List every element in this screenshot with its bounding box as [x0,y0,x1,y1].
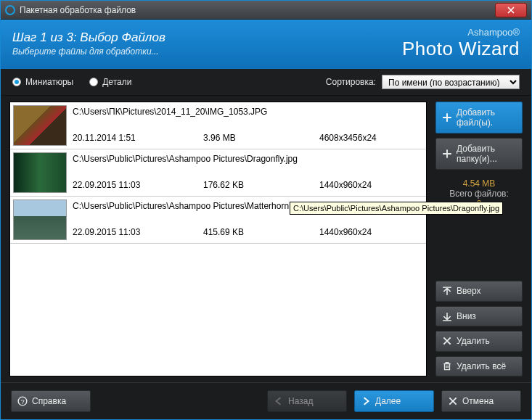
move-up-button[interactable]: Вверх [435,281,523,301]
sort-select[interactable]: По имени (по возрастанию) [382,75,520,89]
arrow-left-icon [274,396,284,406]
move-down-label: Вниз [457,311,516,321]
file-list[interactable]: C:\Users\ПК\Pictures\2014_11_20\IMG_1053… [9,102,427,376]
add-folder-label: Добавить папку(и)... [457,144,516,165]
radio-icon [12,78,21,86]
move-up-label: Вверх [457,286,516,296]
stats-size: 4.54 MB [435,178,523,189]
side-panel: Добавить файл(ы). Добавить папку(и)... 4… [435,102,523,376]
main-body: C:\Users\ПК\Pictures\2014_11_20\IMG_1053… [1,96,531,382]
plus-icon [442,149,452,159]
step-title: Шаг 1 из 3: Выбор Файлов [12,30,402,45]
move-down-button[interactable]: Вниз [435,306,523,326]
file-dimensions: 1440x960x24 [319,227,422,237]
sort-label: Сортировка: [326,77,376,87]
add-folder-button[interactable]: Добавить папку(и)... [435,138,523,170]
plus-icon [442,112,452,123]
close-icon [507,7,515,14]
thumbnail [13,199,67,240]
wizard-header: Шаг 1 из 3: Выбор Файлов Выберите файлы … [1,20,531,69]
back-button: Назад [267,390,347,412]
back-label: Назад [288,396,340,406]
help-icon: ? [17,396,28,406]
delete-label: Удалить [457,336,516,346]
titlebar[interactable]: Пакетная обработка файлов [1,1,531,20]
cancel-label: Отмена [462,396,515,406]
file-row[interactable]: C:\Users\Public\Pictures\Ashampoo Pictur… [10,149,426,197]
tooltip: C:\Users\Public\Pictures\Ashampoo Pictur… [290,202,503,215]
view-thumbnails-radio[interactable]: Миниатюры [12,77,73,87]
radio-icon [89,78,98,86]
file-date: 22.09.2015 11:03 [73,180,203,190]
app-window: Пакетная обработка файлов Шаг 1 из 3: Вы… [0,0,532,420]
next-button[interactable]: Далее [354,390,434,412]
x-icon [448,396,458,406]
add-files-label: Добавить файл(ы). [457,107,516,128]
step-subtitle: Выберите файлы для обработки... [12,46,402,57]
brand: Ashampoo® Photo Wizard [402,27,520,60]
window-title: Пакетная обработка файлов [20,5,495,15]
file-path: C:\Users\ПК\Pictures\2014_11_20\IMG_1053… [73,107,422,117]
thumbnail [13,152,67,193]
cancel-button[interactable]: Отмена [441,390,521,412]
help-label: Справка [32,396,84,406]
help-button[interactable]: ? Справка [11,390,91,412]
svg-text:?: ? [20,398,24,405]
arrow-right-icon [361,396,371,406]
file-path: C:\Users\Public\Pictures\Ashampoo Pictur… [73,154,422,164]
file-size: 415.69 KB [203,227,319,237]
view-toolbar: Миниатюры Детали Сортировка: По имени (п… [1,69,531,96]
thumbnail [13,105,67,146]
delete-button[interactable]: Удалить [435,331,523,351]
file-size: 176.62 KB [203,180,319,190]
delete-all-button[interactable]: Удалить всё [435,356,523,376]
file-row[interactable]: C:\Users\ПК\Pictures\2014_11_20\IMG_1053… [10,102,426,149]
view-details-radio[interactable]: Детали [89,77,131,87]
file-size: 3.96 MB [203,133,319,143]
close-button[interactable] [495,3,527,17]
next-label: Далее [375,396,427,406]
file-dimensions: 1440x960x24 [319,180,422,190]
wizard-footer: ? Справка Назад Далее Отмена [1,382,531,419]
trash-icon [442,361,452,371]
arrow-up-icon [442,287,452,297]
app-icon [5,5,15,15]
brand-top: Ashampoo® [402,27,520,38]
view-details-label: Детали [102,77,131,87]
x-icon [442,336,452,346]
arrow-down-icon [442,311,452,321]
view-mode-group: Миниатюры Детали [12,77,131,87]
file-dimensions: 4608x3456x24 [319,133,422,143]
view-thumbnails-label: Миниатюры [25,77,73,87]
file-date: 22.09.2015 11:03 [73,227,203,237]
brand-main: Photo Wizard [402,38,520,60]
file-date: 20.11.2014 1:51 [73,133,203,143]
delete-all-label: Удалить всё [457,361,516,371]
stats-label: Всего файлов: [435,189,523,199]
add-files-button[interactable]: Добавить файл(ы). [435,102,523,133]
